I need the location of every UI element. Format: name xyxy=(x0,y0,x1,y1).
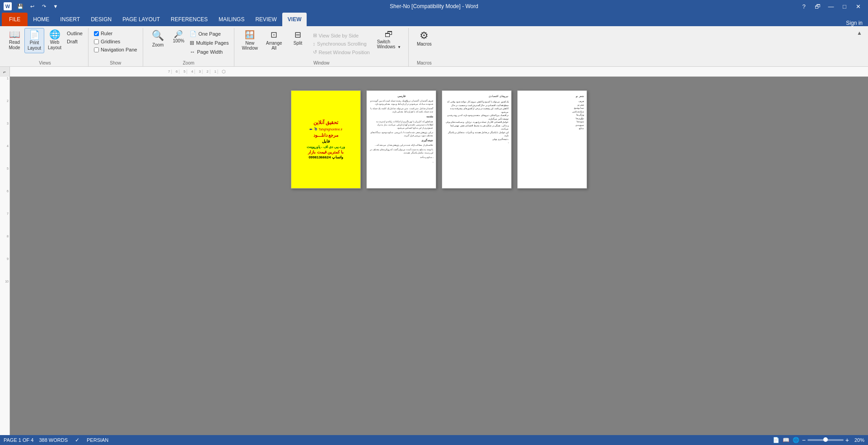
gridlines-label: Gridlines xyxy=(101,39,120,44)
document-canvas[interactable]: تحقیق آنلاین Tahghighonline.ir 🖱 ⬅ مرجع … xyxy=(10,77,868,435)
view-side-by-side-btn[interactable]: ⊞ View Side by Side xyxy=(310,32,373,39)
ruler-v-10: 10 xyxy=(5,280,9,302)
ruler-mark-7: 7 xyxy=(168,70,170,74)
page-width-label: Page Width xyxy=(197,49,223,55)
draft-label: Draft xyxy=(67,39,78,44)
read-mode-btn[interactable]: 📖 ReadMode xyxy=(5,28,23,52)
tab-page-layout[interactable]: PAGE LAYOUT xyxy=(117,13,165,26)
multiple-pages-icon: ⊞ xyxy=(190,40,194,46)
zoom-group-label: Zoom xyxy=(147,60,231,66)
page-2-heading: فارسی xyxy=(369,94,433,98)
new-window-btn[interactable]: 🪟 NewWindow xyxy=(238,28,261,52)
page-2-line4: در این پژوهش سعی شده است تا با بررسی منا… xyxy=(369,131,433,137)
new-window-label: NewWindow xyxy=(242,41,258,51)
page-width-btn[interactable]: ↔ Page Width xyxy=(188,48,230,56)
minimize-btn[interactable]: — xyxy=(825,1,837,11)
one-page-btn[interactable]: 📄 One Page xyxy=(188,30,230,38)
ruler-check[interactable]: Ruler xyxy=(92,30,139,37)
ribbon-group-window: 🪟 NewWindow ⊡ ArrangeAll ⊟ Split ⊞ View … xyxy=(234,28,409,66)
zoom-plus-btn[interactable]: + xyxy=(845,436,849,444)
ruler-checkbox[interactable] xyxy=(94,31,99,36)
macros-btn[interactable]: ⚙ Macros xyxy=(412,28,436,48)
outline-btn[interactable]: Outline xyxy=(65,30,84,37)
page-4-line4: سبک‌شناسی xyxy=(520,110,584,114)
macros-label: Macros xyxy=(417,42,432,46)
undo-qat-btn[interactable]: ↩ xyxy=(27,1,37,11)
ruler-mark-1: 1 xyxy=(214,70,216,74)
sync-scroll-label: Synchronous Scrolling xyxy=(317,41,366,46)
reset-window-icon: ↺ xyxy=(313,49,317,55)
zoom-minus-btn[interactable]: − xyxy=(802,436,806,444)
gridlines-checkbox[interactable] xyxy=(94,39,99,44)
zoom-100-label: 100% xyxy=(173,38,185,43)
web-layout-icon: 🌐 xyxy=(49,30,61,39)
draft-btn[interactable]: Draft xyxy=(65,38,84,45)
ruler-mark-5: 5 xyxy=(183,70,185,74)
switch-windows-btn[interactable]: 🗗 SwitchWindows ▼ xyxy=(373,28,405,51)
zoom-slider-area[interactable]: − + xyxy=(802,436,849,444)
page-2-line8: ـ xyxy=(369,160,433,163)
tab-home[interactable]: HOME xyxy=(28,13,55,26)
tab-design[interactable]: DESIGN xyxy=(85,13,117,26)
zoom-pages-group: 📄 One Page ⊞ Multiple Pages ↔ Page Width xyxy=(188,28,230,56)
close-btn[interactable]: ✕ xyxy=(852,1,864,11)
page-3-footer: ـ نتیجه‌گیری نهایی xyxy=(445,138,509,141)
page-2-line2: گفتمان شامل متن است. متن می‌تواند شامل ی… xyxy=(369,107,433,113)
web-layout-status-btn[interactable]: 🌐 xyxy=(792,436,800,444)
navigation-pane-check[interactable]: Navigation Pane xyxy=(92,46,139,53)
ad-body-line2: فایل xyxy=(322,139,330,144)
proofing-icon[interactable]: ✓ xyxy=(73,436,81,444)
redo-qat-btn[interactable]: ↷ xyxy=(39,1,49,11)
gridlines-check[interactable]: Gridlines xyxy=(92,38,139,45)
maximize-btn[interactable]: □ xyxy=(838,1,851,11)
outline-label: Outline xyxy=(67,31,83,36)
read-mode-status-btn[interactable]: 📖 xyxy=(782,436,790,444)
navigation-pane-checkbox[interactable] xyxy=(94,47,99,52)
page-4-line1: تعریف xyxy=(520,100,584,103)
ad-title: تحقیق آنلاین xyxy=(313,120,338,125)
tab-references[interactable]: REFERENCES xyxy=(165,13,213,26)
arrange-all-btn[interactable]: ⊡ ArrangeAll xyxy=(262,28,286,52)
tab-mailings[interactable]: MAILINGS xyxy=(213,13,250,26)
print-layout-label: PrintLayout xyxy=(28,40,41,51)
views-group-content: 📖 ReadMode 📄 PrintLayout 🌐 WebLayout Out… xyxy=(5,28,84,60)
ribbon-collapse-btn[interactable]: ▲ xyxy=(854,28,864,38)
zoom-100-btn[interactable]: 🔎 100% xyxy=(170,28,187,45)
tab-file[interactable]: FILE xyxy=(2,13,28,26)
one-page-label: One Page xyxy=(198,31,221,37)
split-btn[interactable]: ⊟ Split xyxy=(287,28,309,47)
page-2-line1: تعریف گفتمان: گفتمان در واقع یک رشته جمل… xyxy=(369,99,433,106)
synchronous-scrolling-btn[interactable]: ↕ Synchronous Scrolling xyxy=(310,40,373,47)
save-qat-btn[interactable]: 💾 xyxy=(15,1,25,11)
ruler-container: ⌐ 7 | 6 | 5 | 4 | 3 | 2 | 1 | ⬡ xyxy=(0,67,868,77)
tab-view[interactable]: VIEW xyxy=(282,13,307,26)
page-2-heading2: مقدمه xyxy=(369,115,433,118)
page-3-intro: یک کشور می‌تواند با کمبود و کاهش نیروی ک… xyxy=(445,100,509,114)
zoom-slider[interactable] xyxy=(807,439,844,441)
reset-window-position-btn[interactable]: ↺ Reset Window Position xyxy=(310,48,373,56)
show-group-content: Ruler Gridlines Navigation Pane xyxy=(92,28,139,60)
print-layout-status-btn[interactable]: 📄 xyxy=(772,436,780,444)
page-4-line2: شعر نو xyxy=(520,103,584,107)
tab-review[interactable]: REVIEW xyxy=(250,13,282,26)
title-bar-title: Sher-No [Compatibility Mode] - Word xyxy=(390,3,478,9)
sign-in-link[interactable]: Sign in xyxy=(846,20,863,26)
read-mode-label: ReadMode xyxy=(9,40,20,51)
ad-body-line4: با کمترین قیمت بازار xyxy=(308,149,344,155)
print-layout-btn[interactable]: 📄 PrintLayout xyxy=(24,28,44,53)
title-bar-left: W 💾 ↩ ↷ ▼ xyxy=(4,1,61,11)
ad-site: Tahghighonline.ir 🖱 ⬅ xyxy=(309,126,343,131)
zoom-percent[interactable]: 20% xyxy=(851,437,864,443)
tab-insert[interactable]: INSERT xyxy=(55,13,85,26)
restore-down-btn[interactable]: 🗗 xyxy=(811,1,824,11)
help-btn[interactable]: ? xyxy=(798,1,810,11)
ruler-v-4: 4 xyxy=(7,144,9,167)
zoom-btn[interactable]: 🔍 Zoom xyxy=(147,28,169,49)
multiple-pages-btn[interactable]: ⊞ Multiple Pages xyxy=(188,39,230,47)
new-window-icon: 🪟 xyxy=(245,30,255,40)
ruler-v-8: 8 xyxy=(7,235,9,257)
vertical-ruler-marks: 1 2 3 4 5 6 7 8 9 10 xyxy=(0,77,9,302)
ribbon-group-views: 📖 ReadMode 📄 PrintLayout 🌐 WebLayout Out… xyxy=(2,28,89,66)
customize-qat-btn[interactable]: ▼ xyxy=(51,1,61,11)
web-layout-btn[interactable]: 🌐 WebLayout xyxy=(45,28,64,52)
